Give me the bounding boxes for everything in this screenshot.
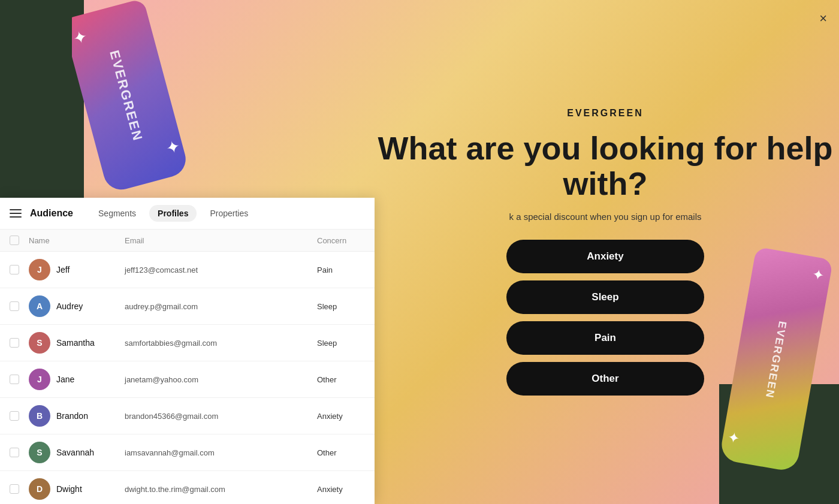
table-row[interactable]: J Jane janetam@yahoo.com Other — [0, 361, 375, 398]
hamburger-icon[interactable] — [10, 209, 22, 218]
concern-cell-4: Anxiety — [317, 412, 365, 421]
option-sleep-button[interactable]: Sleep — [506, 280, 704, 314]
nav-item-segments[interactable]: Segments — [90, 205, 144, 222]
user-name-2: Samantha — [56, 338, 95, 348]
nav-title: Audience — [30, 208, 73, 219]
row-checkbox-2[interactable] — [10, 338, 19, 348]
select-all-checkbox[interactable] — [10, 236, 19, 245]
row-checkbox-6[interactable] — [10, 484, 19, 494]
avatar-4: B — [29, 405, 50, 427]
nav-bar: Audience Segments Profiles Properties — [0, 198, 375, 230]
user-name-1: Audrey — [56, 301, 83, 311]
hero-subtitle: k a special discount when you sign up fo… — [509, 212, 701, 222]
row-checkbox-5[interactable] — [10, 448, 19, 457]
nav-item-properties[interactable]: Properties — [201, 205, 256, 222]
table-row[interactable]: A Audrey audrey.p@gmail.com Sleep — [0, 288, 375, 325]
option-pain-button[interactable]: Pain — [506, 321, 704, 355]
can-left-brand-text: EVERGREEN — [106, 49, 146, 143]
email-cell-6: dwight.to.the.rim@gmail.com — [125, 485, 317, 494]
concern-cell-1: Sleep — [317, 302, 365, 311]
user-cell-3: J Jane — [29, 369, 125, 390]
can-left-decoration: ✦ EVERGREEN ✦ — [72, 0, 192, 198]
avatar-5: S — [29, 442, 50, 463]
option-other-button[interactable]: Other — [506, 362, 704, 396]
user-cell-6: D Dwight — [29, 478, 125, 500]
user-name-4: Brandon — [56, 411, 88, 421]
option-anxiety-button[interactable]: Anxiety — [506, 240, 704, 273]
concern-cell-6: Anxiety — [317, 485, 365, 494]
email-cell-5: iamsavannah@gmail.com — [125, 448, 317, 457]
col-header-name: Name — [29, 236, 125, 245]
concern-cell-2: Sleep — [317, 339, 365, 348]
brand-name: EVERGREEN — [567, 108, 643, 119]
concern-cell-3: Other — [317, 375, 365, 384]
avatar-2: S — [29, 332, 50, 354]
avatar-3: J — [29, 369, 50, 390]
nav-item-profiles[interactable]: Profiles — [149, 205, 197, 222]
table-row[interactable]: S Samantha samfortabbies@gmail.com Sleep — [0, 325, 375, 361]
email-cell-4: brandon45366@gmail.com — [125, 412, 317, 421]
row-checkbox-1[interactable] — [10, 301, 19, 311]
row-checkbox-4[interactable] — [10, 411, 19, 421]
main-content: EVERGREEN What are you looking for help … — [372, 0, 839, 504]
table-header: Name Email Concern — [0, 230, 375, 252]
table-row[interactable]: D Dwight dwight.to.the.rim@gmail.com Anx… — [0, 471, 375, 504]
user-name-3: Jane — [56, 375, 74, 384]
table-row[interactable]: B Brandon brandon45366@gmail.com Anxiety — [0, 398, 375, 434]
user-cell-0: J Jeff — [29, 259, 125, 280]
dark-corner-overlay — [0, 0, 84, 198]
col-header-email: Email — [125, 236, 317, 245]
user-name-6: Dwight — [56, 484, 82, 494]
main-heading: What are you looking for help with? — [372, 131, 839, 202]
email-cell-1: audrey.p@gmail.com — [125, 302, 317, 311]
table-row[interactable]: J Jeff jeff123@comcast.net Pain — [0, 252, 375, 288]
avatar-0: J — [29, 259, 50, 280]
user-cell-5: S Savannah — [29, 442, 125, 463]
user-name-0: Jeff — [56, 265, 70, 274]
user-name-5: Savannah — [56, 448, 94, 457]
email-cell-3: janetam@yahoo.com — [125, 375, 317, 384]
email-cell-0: jeff123@comcast.net — [125, 265, 317, 274]
email-cell-2: samfortabbies@gmail.com — [125, 339, 317, 348]
concern-cell-5: Other — [317, 448, 365, 457]
sidebar-panel: Audience Segments Profiles Properties Na… — [0, 198, 375, 504]
table-row[interactable]: S Savannah iamsavannah@gmail.com Other — [0, 434, 375, 471]
avatar-1: A — [29, 295, 50, 317]
concern-cell-0: Pain — [317, 265, 365, 274]
avatar-6: D — [29, 478, 50, 500]
col-header-concern: Concern — [317, 236, 365, 245]
table-body: J Jeff jeff123@comcast.net Pain A Audrey… — [0, 252, 375, 504]
close-button[interactable]: × — [819, 11, 827, 26]
user-cell-1: A Audrey — [29, 295, 125, 317]
user-cell-4: B Brandon — [29, 405, 125, 427]
user-cell-2: S Samantha — [29, 332, 125, 354]
row-checkbox-0[interactable] — [10, 265, 19, 274]
row-checkbox-3[interactable] — [10, 375, 19, 384]
